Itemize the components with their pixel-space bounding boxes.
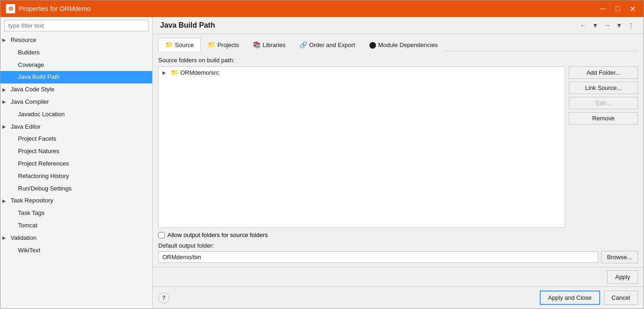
sidebar-list: ▶ResourceBuildersCoverageJava Build Path… [0, 34, 152, 309]
apply-close-button[interactable]: Apply and Close [540, 291, 600, 305]
tab-order-export[interactable]: 🔗Order and Export [292, 38, 362, 51]
tree-item[interactable]: ▶📁ORMdemo/src [159, 67, 565, 78]
main-content: ▶ResourceBuildersCoverageJava Build Path… [0, 17, 644, 309]
nav-dropdown2[interactable]: ▼ [614, 21, 624, 30]
tab-label-projects: Projects [217, 42, 239, 48]
add-folder-button[interactable]: Add Folder... [569, 66, 638, 79]
source-folders-label: Source folders on build path: [158, 57, 638, 64]
tab-label-source: Source [175, 42, 194, 48]
sidebar-item-refactoring-history[interactable]: Refactoring History [0, 170, 152, 183]
folder-tree: ▶📁ORMdemo/src [158, 66, 565, 228]
sidebar-item-task-tags[interactable]: Task Tags [0, 207, 152, 220]
chevron-right-icon: ▶ [2, 86, 9, 94]
sidebar-item-label: Project References [18, 159, 69, 169]
sidebar-item-project-references[interactable]: Project References [0, 158, 152, 170]
sidebar-item-label: Run/Debug Settings [18, 184, 72, 194]
sidebar-item-validation[interactable]: ▶Validation [0, 232, 152, 244]
sidebar-item-label: Project Natures [18, 147, 60, 156]
tab-icon-libraries: 📚 [253, 41, 261, 48]
sidebar-item-label: Coverage [18, 60, 44, 70]
more-button[interactable]: ⋮ [626, 21, 636, 30]
browse-button[interactable]: Browse... [601, 251, 638, 263]
sidebar-item-builders[interactable]: Builders [0, 47, 152, 59]
link-source-button[interactable]: Link Source... [569, 82, 638, 94]
sidebar-item-task-repository[interactable]: ▶Task Repository [0, 195, 152, 207]
tab-libraries[interactable]: 📚Libraries [246, 38, 292, 51]
content-area: ▶📁ORMdemo/src Add Folder...Link Source..… [158, 66, 638, 228]
sidebar-item-label: Resource [11, 36, 36, 45]
sidebar-item-label: Java Code Style [11, 85, 54, 95]
sidebar-item-java-build-path[interactable]: Java Build Path [0, 71, 152, 83]
bottom-controls: Allow output folders for source folders … [158, 232, 638, 263]
chevron-right-icon: ▶ [2, 123, 9, 131]
sidebar-item-label: Project Facets [18, 134, 56, 144]
tab-label-libraries: Libraries [262, 42, 286, 48]
sidebar-item-javadoc-location[interactable]: Javadoc Location [0, 108, 152, 121]
panel-body: 📁Source📁Projects📚Libraries🔗Order and Exp… [153, 34, 644, 267]
sidebar-item-label: Tomcat [18, 221, 37, 231]
sidebar-item-label: Java Compiler [11, 97, 49, 107]
app-icon: ⚙ [6, 4, 15, 13]
sidebar-item-java-editor[interactable]: ▶Java Editor [0, 121, 152, 133]
nav-dropdown[interactable]: ▼ [590, 21, 600, 30]
sidebar-item-wikitext[interactable]: WikiText [0, 244, 152, 257]
panel-header: Java Build Path ← ▼ → ▼ ⋮ [153, 17, 644, 34]
folder-tree-area: ▶📁ORMdemo/src [158, 66, 565, 228]
main-window: ⚙ Properties for ORMdemo ─ □ ✕ ▶Resource… [0, 0, 644, 309]
back-button[interactable]: ← [578, 21, 588, 30]
apply-row: Apply [153, 267, 644, 287]
sidebar-item-project-natures[interactable]: Project Natures [0, 145, 152, 158]
sidebar-item-project-facets[interactable]: Project Facets [0, 133, 152, 145]
help-button[interactable]: ? [158, 292, 169, 303]
chevron-right-icon: ▶ [2, 36, 9, 44]
allow-output-row: Allow output folders for source folders [158, 232, 638, 238]
output-folder-input[interactable] [158, 251, 598, 263]
cancel-button[interactable]: Cancel [604, 291, 638, 305]
close-button[interactable]: ✕ [627, 3, 638, 14]
sidebar-item-java-code-style[interactable]: ▶Java Code Style [0, 83, 152, 96]
sidebar-item-tomcat[interactable]: Tomcat [0, 220, 152, 232]
minimize-button[interactable]: ─ [597, 3, 608, 14]
filter-input[interactable] [4, 20, 149, 31]
sidebar-item-label: Builders [18, 48, 40, 58]
tab-label-order-export: Order and Export [309, 42, 355, 48]
window-controls: ─ □ ✕ [597, 3, 638, 14]
chevron-right-icon: ▶ [2, 234, 9, 242]
sidebar: ▶ResourceBuildersCoverageJava Build Path… [0, 17, 153, 309]
remove-button[interactable]: Remove [569, 112, 638, 125]
sidebar-item-label: Task Tags [18, 208, 45, 218]
sidebar-item-label: WikiText [18, 246, 40, 256]
bottom-left: ? [158, 292, 169, 303]
buttons-column: Add Folder...Link Source...Edit...Remove [569, 66, 638, 228]
tab-icon-source: 📁 [165, 41, 173, 48]
sidebar-item-label: Task Repository [11, 196, 53, 206]
tree-expand-icon: ▶ [162, 70, 169, 75]
apply-button[interactable]: Apply [607, 270, 638, 284]
tab-projects[interactable]: 📁Projects [201, 38, 246, 51]
sidebar-item-run-debug-settings[interactable]: Run/Debug Settings [0, 183, 152, 195]
chevron-right-icon: ▶ [2, 98, 9, 106]
allow-output-checkbox[interactable] [158, 232, 165, 238]
maximize-button[interactable]: □ [612, 3, 623, 14]
panel-nav: ← ▼ → ▼ ⋮ [578, 21, 636, 30]
tab-icon-projects: 📁 [208, 41, 215, 48]
sidebar-item-label: Validation [11, 233, 36, 243]
output-folder-label: Default output folder: [158, 242, 638, 249]
right-panel: Java Build Path ← ▼ → ▼ ⋮ 📁Source📁Projec… [153, 17, 644, 309]
output-folder-row: Browse... [158, 251, 638, 263]
sidebar-item-resource[interactable]: ▶Resource [0, 34, 152, 47]
sidebar-item-label: Java Build Path [18, 72, 60, 82]
panel-title: Java Build Path [160, 21, 215, 30]
sidebar-item-java-compiler[interactable]: ▶Java Compiler [0, 96, 152, 108]
tab-source[interactable]: 📁Source [158, 38, 201, 51]
tab-icon-order-export: 🔗 [299, 41, 307, 48]
tab-module-deps[interactable]: ⬤Module Dependencies [362, 38, 445, 51]
sidebar-item-label: Javadoc Location [18, 110, 65, 119]
edit-button: Edit... [569, 97, 638, 109]
sidebar-item-coverage[interactable]: Coverage [0, 59, 152, 71]
allow-output-label: Allow output folders for source folders [167, 232, 268, 238]
forward-button[interactable]: → [602, 21, 612, 30]
sidebar-item-label: Java Editor [11, 122, 41, 132]
folder-icon: 📁 [171, 69, 179, 76]
chevron-right-icon: ▶ [2, 197, 9, 205]
